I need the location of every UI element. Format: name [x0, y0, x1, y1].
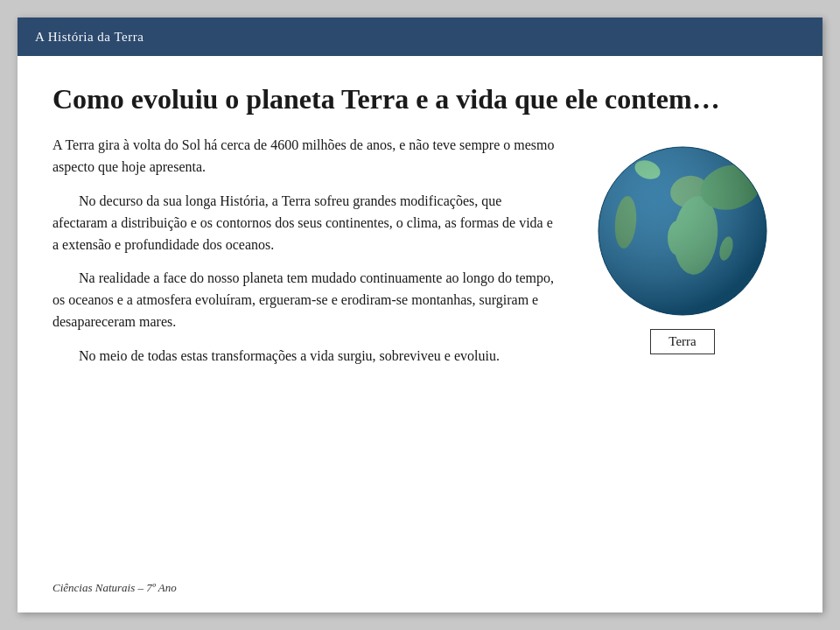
text-column: A Terra gira à volta do Sol há cerca de … — [52, 135, 560, 595]
paragraph-4: No meio de todas estas transformações a … — [52, 346, 560, 368]
header-bar: A História da Terra — [18, 18, 822, 56]
header-title: A História da Terra — [35, 30, 144, 45]
content-body: A Terra gira à volta do Sol há cerca de … — [52, 135, 788, 595]
main-title: Como evoluiu o planeta Terra e a vida qu… — [52, 82, 788, 116]
paragraph-1: A Terra gira à volta do Sol há cerca de … — [52, 135, 560, 178]
slide-container: A História da Terra Como evoluiu o plane… — [18, 18, 822, 612]
footer-text: Ciências Naturais – 7º Ano — [52, 572, 560, 595]
paragraph-3: Na realidade a face do nosso planeta tem… — [52, 268, 560, 332]
paragraph-2: No decurso da sua longa História, a Terr… — [52, 191, 560, 256]
footer-label: Ciências Naturais – 7º Ano — [52, 581, 177, 594]
image-column: Terra — [578, 135, 788, 595]
earth-label-box: Terra — [650, 329, 714, 354]
earth-image — [595, 144, 770, 318]
svg-point-9 — [598, 147, 766, 315]
earth-label: Terra — [668, 334, 696, 348]
content-area: Como evoluiu o planeta Terra e a vida qu… — [18, 56, 822, 612]
